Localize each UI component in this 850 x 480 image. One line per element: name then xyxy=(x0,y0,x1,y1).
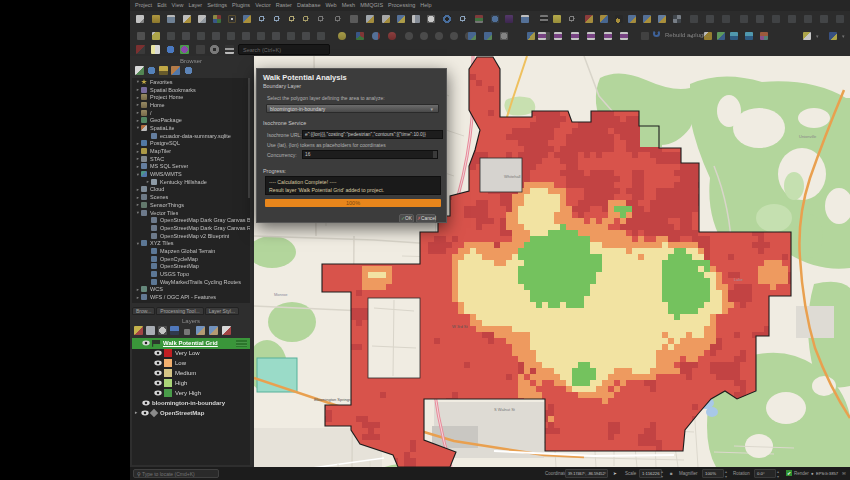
svg-text:Whitehall: Whitehall xyxy=(504,174,521,179)
svg-text:Bloomington Springs: Bloomington Springs xyxy=(314,397,351,402)
svg-text:Monroe: Monroe xyxy=(274,292,288,297)
svg-text:W 3rd St: W 3rd St xyxy=(452,324,468,329)
svg-text:S Walnut St: S Walnut St xyxy=(494,407,516,412)
svg-text:Lake: Lake xyxy=(734,277,743,282)
svg-text:Unionville: Unionville xyxy=(799,134,817,139)
